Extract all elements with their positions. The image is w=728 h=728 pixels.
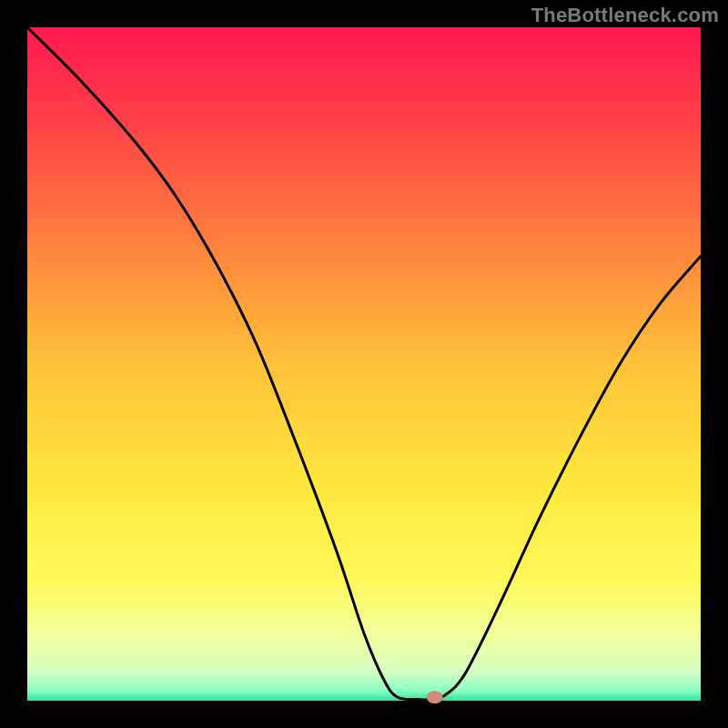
optimal-marker [427, 691, 443, 703]
chart-frame: { "watermark": "TheBottleneck.com", "cha… [0, 0, 728, 728]
watermark-text: TheBottleneck.com [531, 4, 719, 27]
plot-background [27, 27, 701, 701]
bottleneck-chart [0, 0, 728, 728]
